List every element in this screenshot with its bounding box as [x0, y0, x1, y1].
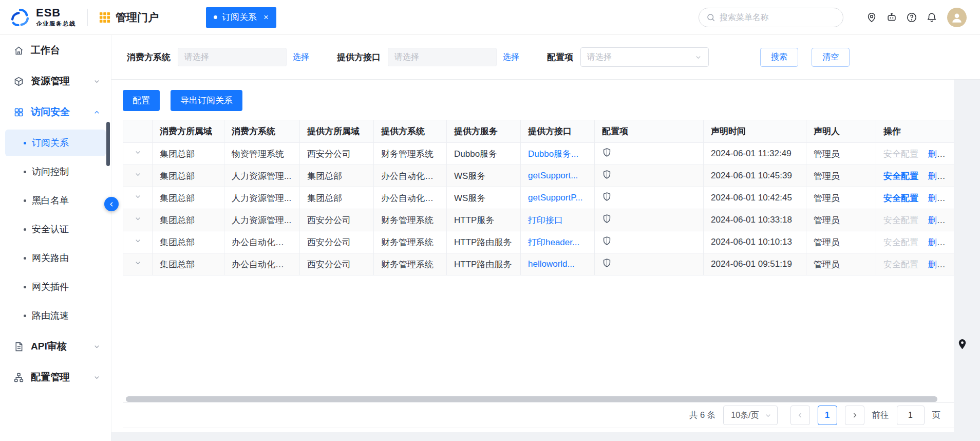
chevron-up-icon [93, 108, 101, 116]
cell-declare-time: 2024-06-01 10:42:45 [704, 187, 806, 209]
table-row[interactable]: 集团总部 办公自动化系统 西安分公司 财务管理系统 HTTP路由服务 hello… [123, 253, 954, 275]
sidebar-collapse-button[interactable] [104, 197, 119, 211]
menu-search-input[interactable] [720, 13, 836, 22]
sidebar-subitem-gateway-plugin[interactable]: 网关插件 [5, 273, 106, 300]
delete-link[interactable]: 删除 [928, 193, 946, 203]
sidebar-item-api-audit[interactable]: API审核 [0, 331, 111, 362]
sidebar-scrollbar-thumb[interactable] [106, 122, 110, 166]
row-expand-icon[interactable] [134, 171, 142, 178]
search-button[interactable]: 搜索 [760, 48, 798, 67]
horizontal-scrollbar[interactable] [123, 396, 954, 402]
shield-icon[interactable] [602, 170, 612, 179]
provider-interface-link[interactable]: 打印header... [528, 237, 579, 247]
sidebar-item-resources[interactable]: 资源管理 [0, 66, 111, 97]
provider-interface-link[interactable]: helloworld... [528, 259, 575, 269]
delete-link[interactable]: 删除 [928, 149, 946, 159]
table-row[interactable]: 集团总部 人力资源管理... 集团总部 办公自动化系统 WS服务 getSupp… [123, 187, 954, 209]
provider-interface-link[interactable]: Dubbo服务... [528, 149, 578, 159]
bullet-icon [24, 228, 26, 231]
goto-page-input[interactable] [897, 406, 925, 425]
menu-search[interactable] [699, 8, 843, 27]
subitem-label: 访问控制 [32, 166, 69, 178]
esb-logo: ESB 企业服务总线 [9, 7, 76, 28]
subitem-label: 安全认证 [32, 223, 69, 235]
security-config-link[interactable]: 安全配置 [883, 171, 918, 181]
config-item-select[interactable]: 请选择 [580, 47, 709, 67]
sidebar-subitem-gateway-route[interactable]: 网关路由 [5, 245, 106, 271]
sidebar-item-workbench[interactable]: 工作台 [0, 35, 111, 66]
cell-provider-interface: 打印header... [521, 231, 595, 253]
delete-link[interactable]: 删除 [928, 260, 946, 269]
cell-provider-service: HTTP路由服务 [447, 253, 521, 275]
location-icon[interactable] [865, 11, 878, 24]
row-expand-icon[interactable] [134, 149, 142, 156]
sidebar-item-access-security[interactable]: 访问安全 [0, 97, 111, 127]
sidebar-subitem-subscription-relations[interactable]: 订阅关系 [5, 130, 106, 156]
cell-expand [123, 209, 153, 231]
tab-close-icon[interactable]: × [263, 12, 269, 23]
logo-name: ESB [36, 7, 76, 19]
provider-interface-select-link[interactable]: 选择 [503, 52, 519, 63]
column-header: 提供方接口 [521, 120, 595, 143]
provider-interface-input[interactable] [388, 48, 497, 66]
security-config-link[interactable]: 安全配置 [883, 215, 918, 225]
sidebar-subitem-security-auth[interactable]: 安全认证 [5, 216, 106, 243]
tab-subscription-relations[interactable]: 订阅关系 × [206, 7, 276, 28]
security-config-link[interactable]: 安全配置 [883, 260, 918, 269]
delete-link[interactable]: 删除 [928, 215, 946, 225]
subitem-label: 网关插件 [32, 281, 69, 293]
notification-bell-icon[interactable] [926, 11, 938, 24]
row-expand-icon[interactable] [134, 237, 142, 245]
current-page-button[interactable]: 1 [818, 406, 837, 425]
delete-link[interactable]: 删除 [928, 237, 946, 247]
next-page-button[interactable] [845, 406, 864, 425]
config-button[interactable]: 配置 [123, 90, 160, 111]
cell-expand [123, 231, 153, 253]
shield-icon[interactable] [602, 192, 612, 201]
ai-assistant-icon[interactable] [885, 11, 898, 24]
table-row[interactable]: 集团总部 人力资源管理... 西安分公司 财务管理系统 HTTP服务 打印接口 … [123, 209, 954, 231]
shield-icon[interactable] [602, 236, 612, 246]
security-config-link[interactable]: 安全配置 [883, 237, 918, 247]
clear-button[interactable]: 清空 [812, 48, 850, 67]
security-config-link[interactable]: 安全配置 [883, 193, 918, 203]
export-subscriptions-button[interactable]: 导出订阅关系 [171, 90, 242, 111]
help-icon[interactable] [906, 11, 918, 24]
row-expand-icon[interactable] [134, 215, 142, 223]
sidebar-item-label: API审核 [31, 340, 67, 353]
provider-interface-link[interactable]: 打印接口 [528, 215, 563, 225]
table-row[interactable]: 集团总部 办公自动化系统 西安分公司 财务管理系统 HTTP路由服务 打印hea… [123, 231, 954, 253]
table-row[interactable]: 集团总部 物资管理系统 西安分公司 财务管理系统 Dubbo服务 Dubbo服务… [123, 143, 954, 165]
delete-link[interactable]: 删除 [928, 171, 946, 181]
consumer-system-select-link[interactable]: 选择 [293, 52, 309, 63]
sidebar-subitem-access-control[interactable]: 访问控制 [5, 158, 106, 185]
prev-page-button[interactable] [790, 406, 810, 425]
sidebar-item-config-management[interactable]: 配置管理 [0, 362, 111, 393]
content-panel: 配置 导出订阅关系 消费方所属域 消费方系统 提供方所属域 提供方系统 [111, 80, 954, 432]
shield-icon[interactable] [602, 148, 612, 157]
portal-switcher[interactable]: 管理门户 [99, 10, 159, 25]
row-expand-icon[interactable] [134, 259, 142, 267]
cell-provider-interface: getSupport... [521, 165, 595, 187]
sitemap-icon [13, 372, 24, 383]
page-size-select[interactable]: 10条/页 [723, 406, 777, 425]
cell-provider-interface: 打印接口 [521, 209, 595, 231]
security-config-link[interactable]: 安全配置 [883, 149, 918, 159]
provider-interface-label: 提供方接口 [337, 51, 381, 63]
column-header: 提供方系统 [374, 120, 447, 143]
cell-declarer: 管理员 [806, 209, 876, 231]
cell-declarer: 管理员 [806, 231, 876, 253]
chevron-left-icon [796, 411, 804, 419]
consumer-system-input[interactable] [178, 48, 287, 66]
sidebar-subitem-black-white-list[interactable]: 黑白名单 [5, 187, 106, 214]
shield-icon[interactable] [602, 214, 612, 224]
row-expand-icon[interactable] [134, 193, 142, 200]
sidebar-subitem-route-flow[interactable]: 路由流速 [5, 302, 106, 329]
scrollbar-thumb[interactable] [126, 396, 937, 402]
provider-interface-link[interactable]: getSupport... [528, 171, 578, 180]
user-avatar[interactable] [947, 8, 967, 27]
goto-label: 前往 [872, 410, 889, 421]
table-row[interactable]: 集团总部 人力资源管理... 集团总部 办公自动化系统 WS服务 getSupp… [123, 165, 954, 187]
provider-interface-link[interactable]: getSupportP... [528, 193, 583, 203]
shield-icon[interactable] [602, 258, 612, 268]
